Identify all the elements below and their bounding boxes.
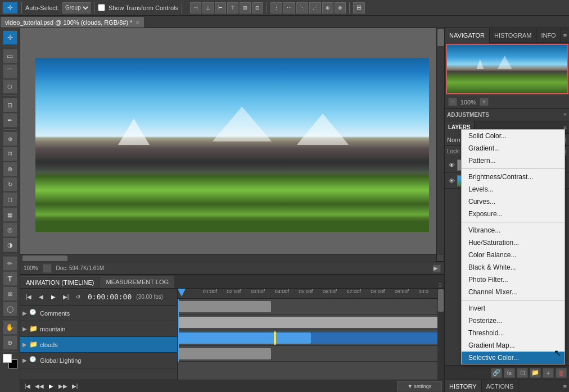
dd-hue-saturation[interactable]: Hue/Saturation... <box>462 236 565 249</box>
history-brush-tool[interactable]: ↻ <box>3 177 17 192</box>
dd-solid-color[interactable]: Solid Color... <box>462 130 565 142</box>
tab-close-btn[interactable]: × <box>136 19 139 26</box>
selection-marker[interactable] <box>274 331 276 345</box>
path-select-tool[interactable]: ⊠ <box>3 286 17 301</box>
panel-menu-btn[interactable]: ≡ <box>561 28 569 42</box>
dd-threshold[interactable]: Threshold... <box>462 327 565 339</box>
history-tab[interactable]: HISTORY <box>445 380 482 392</box>
dd-selective-color[interactable]: Selective Color... <box>462 352 565 364</box>
info-tab[interactable]: INFO <box>536 28 561 43</box>
go-start-btn[interactable]: |◀ <box>24 292 34 302</box>
dd-vibrance[interactable]: Vibrance... <box>462 224 565 236</box>
dist-btn-2[interactable]: ⋯ <box>283 2 295 13</box>
dd-black-white[interactable]: Black & White... <box>462 261 565 274</box>
zoom-out-btn[interactable]: − <box>448 98 457 106</box>
canvas-hscroll[interactable] <box>20 254 436 262</box>
dd-levels[interactable]: Levels... <box>462 183 565 195</box>
hand-tool[interactable]: ✋ <box>3 320 17 335</box>
dist-btn-3[interactable]: ⋱ <box>296 2 308 13</box>
loop-btn[interactable]: ↺ <box>73 292 83 302</box>
layer-vis-curves[interactable]: 👁 <box>447 161 456 170</box>
navigator-tab[interactable]: NAVIGATOR <box>445 28 490 43</box>
link-layers-btn[interactable]: 🔗 <box>491 368 502 378</box>
delete-layer-btn[interactable]: 🗑 <box>556 368 567 378</box>
dd-color-balance[interactable]: Color Balance... <box>462 249 565 261</box>
gradient-tool[interactable]: ▦ <box>3 207 17 222</box>
expand-1[interactable]: ▶ <box>22 326 29 332</box>
actions-tab[interactable]: ACTIONS <box>482 380 519 392</box>
new-group-btn[interactable]: 📁 <box>530 368 541 378</box>
adjust-menu-btn[interactable]: ≡ <box>563 112 567 118</box>
histogram-tab[interactable]: HISTOGRAM <box>490 28 536 43</box>
rect-select-tool[interactable]: ▭ <box>3 49 17 63</box>
tl-vscroll[interactable] <box>437 289 444 380</box>
pen-tool[interactable]: ✏ <box>3 256 17 271</box>
auto-select-dropdown[interactable]: Group <box>62 2 91 13</box>
move-tool-btn[interactable]: ✛ <box>2 2 18 14</box>
bottom-panel-menu-btn[interactable]: ≡ <box>561 380 569 392</box>
brush-tool[interactable]: ⌑ <box>3 147 17 161</box>
dist-btn-5[interactable]: ⊕ <box>322 2 333 13</box>
dd-pattern[interactable]: Pattern... <box>462 154 565 167</box>
zoom-in-btn[interactable]: + <box>480 98 489 106</box>
tl-foot-btn4[interactable]: ▶▶ <box>58 381 68 391</box>
add-mask-btn[interactable]: ◻ <box>517 368 528 378</box>
bar-2a[interactable] <box>178 332 311 344</box>
color-swatches[interactable] <box>3 354 17 368</box>
next-frame-btn[interactable]: ▶| <box>61 292 71 302</box>
expand-3[interactable]: ▶ <box>22 357 29 364</box>
nav-arrow-right[interactable]: ▶ <box>433 265 441 272</box>
dd-photo-filter[interactable]: Photo Filter... <box>462 274 565 286</box>
animation-tab[interactable]: ANIMATION (TIMELINE) <box>20 276 100 288</box>
show-transform-checkbox[interactable] <box>98 4 105 11</box>
move-tool[interactable]: ✛ <box>3 30 17 45</box>
dd-curves[interactable]: Curves... <box>462 195 565 208</box>
dist-btn-1[interactable]: ⋮ <box>270 2 282 13</box>
dist-btn-6[interactable]: ⊗ <box>335 2 346 13</box>
lasso-tool[interactable]: ⌒ <box>3 64 17 79</box>
align-btn-4[interactable]: ⊤ <box>227 2 238 13</box>
crop-tool[interactable]: ⊡ <box>3 98 17 112</box>
measurement-tab[interactable]: MEASUREMENT LOG <box>100 276 175 288</box>
prev-frame-btn[interactable]: ◀ <box>36 292 46 302</box>
dd-gradient[interactable]: Gradient... <box>462 142 565 154</box>
align-btn-3[interactable]: ⊢ <box>215 2 226 13</box>
align-btn-6[interactable]: ⊟ <box>252 2 263 13</box>
tl-foot-btn5[interactable]: ▶| <box>70 381 80 391</box>
bar-2b[interactable] <box>311 332 444 344</box>
tl-layer-1[interactable]: ▶ 📁 mountain <box>20 321 177 337</box>
blur-tool[interactable]: ◎ <box>3 222 17 237</box>
canvas-vscroll[interactable] <box>436 28 444 262</box>
bar-3[interactable] <box>178 348 271 359</box>
play-btn[interactable]: ▶ <box>48 292 58 302</box>
shape-tool[interactable]: ◯ <box>3 302 17 316</box>
clone-tool[interactable]: ⊗ <box>3 162 17 176</box>
heal-tool[interactable]: ⊕ <box>3 131 17 146</box>
expand-2[interactable]: ▶ <box>22 341 29 348</box>
tl-layer-0[interactable]: ▶ 🕐 Comments <box>20 306 177 321</box>
tl-layer-2[interactable]: ▶ 📁 clouds <box>20 337 177 353</box>
eyedropper-tool[interactable]: ✒ <box>3 113 17 127</box>
bar-0[interactable] <box>178 301 271 312</box>
tl-foot-play-btn[interactable]: ▶ <box>46 381 56 391</box>
scroll-corner[interactable] <box>436 254 444 262</box>
quick-select-tool[interactable]: ⬡ <box>3 79 17 94</box>
timeline-menu-btn[interactable]: ≡ <box>436 281 444 288</box>
tl-foot-btn2[interactable]: ◀◀ <box>34 381 44 391</box>
align-btn-5[interactable]: ⊞ <box>240 2 251 13</box>
eraser-tool[interactable]: ◻ <box>3 192 17 207</box>
dd-gradient-map[interactable]: Gradient Map... <box>462 339 565 352</box>
zoom-tool[interactable]: ⊕ <box>3 335 17 350</box>
align-btn-1[interactable]: ⊣ <box>190 2 201 13</box>
layer-vis-clouds[interactable]: 👁 <box>447 176 456 185</box>
dodge-tool[interactable]: ◑ <box>3 238 17 252</box>
dd-exposure[interactable]: Exposure... <box>462 208 565 220</box>
dist-btn-4[interactable]: ⋰ <box>309 2 321 13</box>
new-layer-btn[interactable]: + <box>543 368 554 378</box>
tl-layer-3[interactable]: ▶ 🕐 Global Lighting <box>20 353 177 368</box>
tl-foot-btn1[interactable]: |◀ <box>22 381 33 391</box>
expand-0[interactable]: ▶ <box>22 310 29 317</box>
playhead-marker[interactable] <box>178 289 186 297</box>
canvas-scroll[interactable] <box>20 28 444 262</box>
dd-brightness-contrast[interactable]: Brightness/Contrast... <box>462 171 565 183</box>
